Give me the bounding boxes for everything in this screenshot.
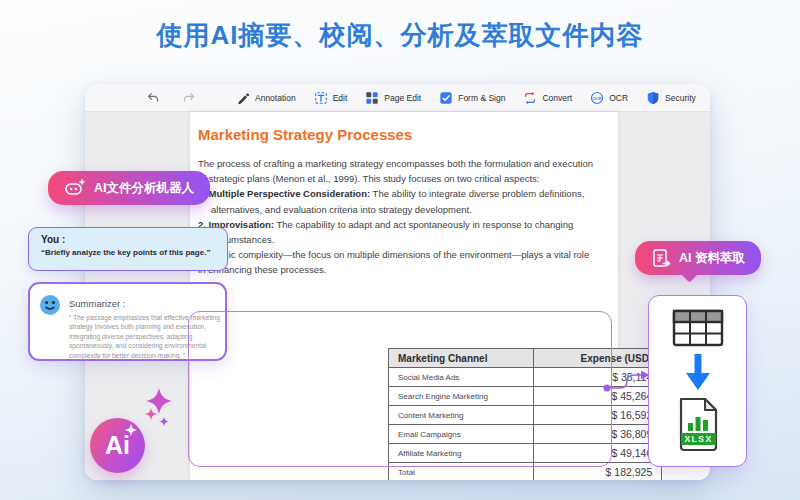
col-header: Expense (USD) xyxy=(533,349,662,368)
toolbar-label: Annotation xyxy=(255,93,296,103)
xlsx-label: XLSX xyxy=(684,434,712,444)
toolbar-button-edit[interactable]: Edit xyxy=(305,91,357,105)
convert-icon xyxy=(523,91,537,105)
document-body: The process of crafting a marketing stra… xyxy=(198,156,596,278)
user-label: You : xyxy=(41,234,215,245)
pdf-page: Marketing Strategy Processes The process… xyxy=(190,112,618,480)
svg-text:OCR: OCR xyxy=(593,95,602,100)
summarizer-bubble: Summarizer : “ The passage emphasizes th… xyxy=(28,282,227,361)
col-header: Marketing Channel xyxy=(389,349,534,368)
ocr-icon: OCR xyxy=(590,91,604,105)
toolbar-label: Security xyxy=(665,93,696,103)
undo-icon xyxy=(146,91,160,105)
page-grid-icon xyxy=(365,91,379,105)
toolbar: Annotation Edit Page Edit xyxy=(85,84,710,112)
user-prompt-bubble: You : “Briefly analyze the key points of… xyxy=(28,227,228,271)
xlsx-file-icon: XLSX xyxy=(676,397,720,452)
sparkles-decoration xyxy=(120,382,180,437)
redo-button[interactable] xyxy=(171,91,207,105)
summarizer-avatar-icon xyxy=(39,294,61,316)
summarizer-message: “ The passage emphasizes that effective … xyxy=(69,313,221,360)
summarizer-label: Summarizer : xyxy=(69,298,125,309)
list-item: 2. Improvisation: The capability to adap… xyxy=(198,217,596,247)
ai-analyze-badge[interactable]: AI文件分析机器人 xyxy=(48,171,210,205)
toolbar-button-annotation[interactable]: Annotation xyxy=(227,91,305,105)
paragraph: Strategic complexity—the focus on multip… xyxy=(198,247,596,277)
ai-extract-badge-label: AI 资料萃取 xyxy=(679,250,745,267)
ai-extract-badge[interactable]: AI 资料萃取 xyxy=(635,241,761,275)
toolbar-label: Page Edit xyxy=(384,93,421,103)
checkbox-icon xyxy=(439,91,453,105)
table-icon xyxy=(672,309,724,347)
pen-icon xyxy=(236,91,250,105)
text-edit-icon xyxy=(314,91,328,105)
toolbar-button-more[interactable]: More xyxy=(705,91,710,105)
toolbar-button-page-edit[interactable]: Page Edit xyxy=(356,91,430,105)
toolbar-label: Convert xyxy=(542,93,572,103)
toolbar-button-convert[interactable]: Convert xyxy=(514,91,581,105)
toolbar-label: Edit xyxy=(333,93,348,103)
toolbar-label: OCR xyxy=(609,93,628,103)
robot-icon xyxy=(64,178,86,198)
redo-icon xyxy=(182,91,196,105)
screenshot-root: 使用AI摘要、校阅、分析及萃取文件内容 Annotation xyxy=(0,0,800,500)
list-item: 1. Multiple Perspective Consideration: T… xyxy=(198,186,596,216)
down-arrow-icon xyxy=(685,354,711,391)
file-export-icon xyxy=(651,248,671,268)
user-message: “Briefly analyze the key points of this … xyxy=(41,248,215,257)
toolbar-button-security[interactable]: Security xyxy=(637,91,705,105)
toolbar-button-ocr[interactable]: OCR OCR xyxy=(581,91,637,105)
toolbar-button-form-sign[interactable]: Form & Sign xyxy=(430,91,514,105)
ai-analyze-badge-label: AI文件分析机器人 xyxy=(94,180,194,197)
shield-icon xyxy=(646,91,660,105)
document-heading: Marketing Strategy Processes xyxy=(198,126,602,143)
toolbar-label: Form & Sign xyxy=(458,93,505,103)
paragraph: The process of crafting a marketing stra… xyxy=(198,156,596,186)
page-title: 使用AI摘要、校阅、分析及萃取文件内容 xyxy=(0,18,800,53)
undo-button[interactable] xyxy=(135,91,171,105)
extract-panel: XLSX xyxy=(648,295,747,467)
